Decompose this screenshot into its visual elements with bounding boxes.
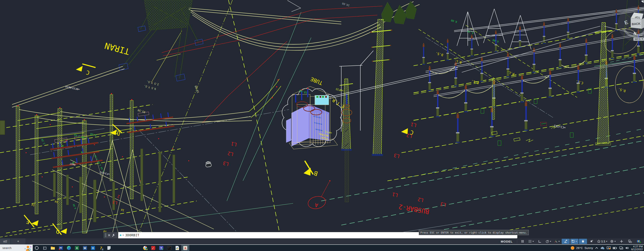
search-assistant-graphic	[24, 245, 32, 251]
speaker-icon[interactable]	[625, 246, 629, 249]
file-explorer-icon	[50, 246, 55, 250]
grid-icon	[521, 239, 524, 243]
annotation-visibility-button[interactable]	[579, 239, 587, 244]
tray-time: 4:27 PM	[631, 245, 643, 248]
graphics-performance-icon	[637, 239, 641, 243]
sun-icon	[570, 246, 574, 250]
teams-button[interactable]: T	[157, 245, 165, 251]
sticky-notes-button[interactable]	[105, 245, 113, 251]
viewcube-top-face: TOP	[634, 16, 640, 19]
python-file-button[interactable]	[173, 245, 181, 251]
annotation-scale-button[interactable]: 1:1	[596, 239, 608, 244]
ortho-icon	[538, 239, 542, 243]
chevron-down-icon[interactable]	[532, 241, 534, 242]
drafting-tooltip: Press ESC or ENTER to exit, or right-cli…	[419, 230, 529, 235]
status-bar: ut2 + MODEL	[0, 238, 644, 245]
outlook-button[interactable]: O	[89, 245, 97, 251]
osnap-icon	[571, 239, 575, 243]
taskbar-search[interactable]	[0, 245, 33, 251]
taskbar-icons: PF X W O 75 M T C:\_ A	[33, 245, 189, 251]
word-button[interactable]: W	[81, 245, 89, 251]
task-view-button[interactable]	[41, 245, 49, 251]
customization-button[interactable]	[618, 239, 626, 244]
pf-app-icon: PF	[58, 246, 63, 250]
weather-cond: Sunny	[584, 246, 593, 249]
cast-icon[interactable]	[607, 246, 611, 249]
polar-tracking-button[interactable]	[544, 239, 552, 244]
command-bar-grip[interactable]	[104, 232, 118, 238]
grid-display-button[interactable]	[518, 239, 526, 244]
weather-temp: 26°C	[576, 246, 583, 249]
app7-button[interactable]: 75	[97, 245, 105, 251]
snap-mode-button[interactable]	[527, 239, 535, 244]
layout-tab[interactable]: ut2	[0, 238, 10, 244]
svg-text:X: X	[76, 246, 78, 249]
pdf-reader-icon	[151, 246, 156, 250]
svg-text:C:\_: C:\_	[168, 247, 172, 249]
new-layout-tab-button[interactable]: +	[10, 238, 26, 244]
model-space-button[interactable]: MODEL	[498, 239, 516, 244]
pdf-reader-button[interactable]	[149, 245, 157, 251]
chevron-down-icon[interactable]	[550, 241, 551, 242]
clock-widget[interactable]: 4:27 PM 6/12/2022	[631, 245, 643, 251]
isodraft-icon	[554, 239, 558, 243]
edge-button[interactable]	[65, 245, 73, 251]
layout-tabs: ut2 +	[0, 238, 26, 244]
plus-icon	[620, 239, 623, 243]
workspace-switching-button[interactable]	[609, 239, 617, 244]
onedrive-icon[interactable]	[600, 246, 605, 249]
object-snap-tracking-button[interactable]	[562, 239, 570, 244]
viewcube-back-face: BACK	[632, 22, 640, 26]
snap-icon	[528, 239, 532, 243]
teams-icon: T	[159, 246, 164, 250]
autoscale-star-icon	[590, 239, 594, 243]
excel-button[interactable]: X	[73, 245, 81, 251]
pf-app-button[interactable]: PF	[57, 245, 65, 251]
isometric-drafting-button[interactable]	[553, 239, 561, 244]
graphics-performance-button[interactable]	[635, 239, 643, 244]
annoscale-star-icon	[597, 239, 601, 243]
sticky-notes-icon	[107, 246, 111, 250]
autocad-window: TIRANTUBEE.T.R.+NF33NEUTRALPOINT+NF33.1M…	[0, 0, 644, 251]
viewcube-wcs-menu[interactable]: WCS	[633, 37, 644, 41]
edge-icon	[67, 246, 71, 250]
file-explorer-button[interactable]	[49, 245, 57, 251]
task-view-icon	[42, 246, 47, 250]
battery-icon[interactable]	[613, 246, 617, 249]
chevron-down-icon[interactable]	[614, 241, 616, 242]
annotation-star-icon	[581, 239, 585, 243]
ortho-mode-button[interactable]	[536, 239, 544, 244]
autocad-icon: A	[183, 246, 188, 250]
svg-text:PF: PF	[60, 247, 62, 249]
cortana-icon	[34, 246, 39, 250]
autocad-button[interactable]: A	[181, 245, 189, 251]
python-file-icon	[175, 246, 180, 250]
search-input[interactable]	[2, 246, 23, 250]
customize-wrench-icon[interactable]	[112, 234, 115, 237]
annotation-autoscale-button[interactable]	[588, 239, 596, 244]
chevron-down-icon[interactable]	[576, 241, 577, 242]
command-prompt-icon	[120, 234, 122, 236]
status-toggles: MODEL	[498, 239, 644, 244]
isolate-objects-button[interactable]	[626, 239, 634, 244]
chrome-button[interactable]: M	[141, 245, 149, 251]
chevron-down-icon[interactable]	[606, 241, 608, 242]
svg-text:O: O	[92, 246, 94, 249]
isolate-objects-icon	[628, 239, 632, 243]
hidden-icons-chevron-icon[interactable]	[595, 246, 598, 249]
svg-text:A: A	[184, 246, 186, 250]
weather-widget[interactable]: 26°C Sunny	[570, 246, 593, 250]
object-snap-button[interactable]	[570, 239, 578, 244]
chevron-down-icon[interactable]	[558, 241, 560, 242]
drawing-canvas[interactable]: TIRANTUBEE.T.R.+NF33NEUTRALPOINT+NF33.1M…	[0, 0, 644, 245]
drag-handle-icon[interactable]	[105, 233, 106, 237]
close-icon[interactable]	[108, 234, 110, 236]
terminal-button[interactable]: C:\_	[165, 245, 173, 251]
system-tray: 26°C Sunny 4:27 PM 6/12/2022	[570, 245, 644, 251]
tray-date: 6/12/2022	[631, 248, 643, 251]
viewcube-north-label: N	[633, 31, 637, 36]
network-icon[interactable]	[619, 246, 623, 249]
command-history-caret-icon[interactable]	[122, 235, 124, 236]
cortana-button[interactable]	[33, 245, 41, 251]
outlook-icon: O	[91, 246, 95, 250]
